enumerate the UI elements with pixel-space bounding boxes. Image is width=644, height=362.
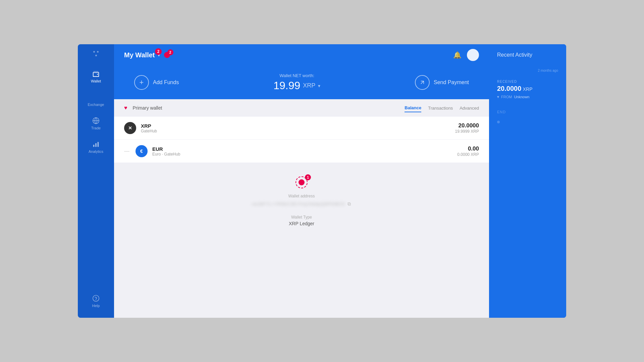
eur-amount: 0.00 (457, 145, 479, 152)
sidebar-wallet-label: Wallet (91, 79, 101, 83)
end-dot (497, 121, 500, 123)
header: My Wallet ▾ 2 🔔 (114, 44, 489, 66)
badge-count: 2 (167, 49, 173, 55)
from-label: FROM (501, 95, 512, 99)
activity-item: RECEIVED 20.0000 XRP ▾ FROM Unknown (489, 74, 566, 105)
wallet-type-value: XRP Ledger (289, 221, 314, 226)
send-circle-icon (415, 75, 430, 90)
activity-currency: XRP (523, 86, 533, 92)
sidebar-analytics-label: Analytics (89, 149, 103, 154)
primary-wallet-label: Primary wallet (133, 105, 162, 111)
xrp-balance: 20.0000 19.9999 XRP (455, 122, 479, 134)
eur-info: EUR Euro · GateHub (152, 146, 457, 157)
sidebar-item-wallet[interactable]: Wallet (88, 66, 104, 86)
main-content: My Wallet ▾ 2 🔔 + Add Funds Wallet NET (114, 44, 489, 318)
net-worth-amount: 19.99 (273, 79, 300, 92)
header-left: My Wallet ▾ 2 (124, 51, 170, 59)
sidebar-nav: Wallet Exchange Trade (88, 66, 104, 311)
send-payment-label: Send Payment (434, 79, 469, 85)
eur-name: EUR (152, 146, 457, 152)
activity-header: Recent Activity (489, 44, 566, 66)
hero-section: + Add Funds Wallet NET worth: 19.99 XRP … (114, 66, 489, 99)
wallet-details: 1 Wallet address rw1BF7L+YR9bC3EiYhq1Ndd… (114, 163, 489, 318)
balance-item-eur[interactable]: — € EUR Euro · GateHub 0.00 0.0000 XRP (114, 140, 489, 163)
address-text: rw1BF7L+YR9bC3EiYhq1NddpQ8P00B33 (252, 201, 345, 206)
sidebar-exchange-label: Exchange (88, 103, 104, 107)
recent-activity-panel: Recent Activity 2 months ago RECEIVED 20… (489, 44, 566, 318)
trade-icon (92, 117, 100, 125)
tab-advanced[interactable]: Advanced (460, 104, 479, 112)
notification-indicator: 2 (163, 52, 170, 58)
add-funds-button[interactable]: + Add Funds (134, 75, 179, 90)
activity-title: Recent Activity (497, 52, 532, 58)
net-worth-section: Wallet NET worth: 19.99 XRP ▾ (273, 73, 320, 92)
svg-point-0 (97, 74, 98, 75)
header-right: 🔔 (453, 49, 479, 61)
analytics-icon (92, 140, 100, 148)
eur-placeholder: — (124, 148, 131, 154)
chevron-left-icon: ▾ (497, 95, 499, 99)
eur-balance: 0.00 0.0000 XRP (457, 145, 479, 157)
app-window: Wallet Exchange Trade (78, 44, 566, 318)
address-label: Wallet address (252, 194, 351, 198)
copy-icon[interactable]: ⧉ (347, 201, 351, 207)
exchange-icon (92, 93, 100, 101)
svg-point-5 (93, 295, 99, 301)
sidebar-item-analytics[interactable]: Analytics (88, 137, 104, 157)
help-icon (92, 294, 100, 302)
net-worth-label: Wallet NET worth: (273, 73, 320, 78)
wallet-title: My Wallet (124, 51, 155, 59)
eur-icon: € (136, 145, 148, 157)
notification-badge: 2 (164, 52, 170, 58)
annotation-dot-1: 1 (296, 176, 308, 188)
svg-rect-2 (93, 145, 95, 147)
annotation-1-container: 1 (296, 176, 308, 188)
sidebar-item-trade[interactable]: Trade (88, 113, 104, 133)
logo-dot (93, 51, 95, 53)
sidebar-trade-label: Trade (91, 126, 101, 130)
from-value: Unknown (514, 95, 529, 99)
sidebar-help-label: Help (92, 304, 100, 308)
sidebar-item-exchange[interactable]: Exchange (88, 90, 104, 110)
wallet-type-section: Wallet Type XRP Ledger (289, 215, 314, 226)
add-funds-circle-icon: + (134, 75, 149, 90)
currency-dropdown-icon[interactable]: ▾ (318, 83, 320, 88)
activity-received-label: RECEIVED (497, 80, 558, 83)
eur-xrp-value: 0.0000 XRP (457, 152, 479, 157)
xrp-info: XRP GateHub (141, 123, 455, 133)
sidebar: Wallet Exchange Trade (78, 44, 114, 318)
annotation-badge-2: 2 (155, 48, 162, 55)
tab-transactions[interactable]: Transactions (428, 104, 453, 112)
send-payment-button[interactable]: Send Payment (415, 75, 469, 90)
xrp-xrp-value: 19.9999 XRP (455, 129, 479, 134)
tab-balance[interactable]: Balance (405, 104, 421, 112)
activity-from-row: ▾ FROM Unknown (497, 95, 558, 99)
balance-list: ✕ XRP GateHub 20.0000 19.9999 XRP — € (114, 117, 489, 163)
logo-dot (95, 55, 97, 56)
xrp-sub: GateHub (141, 129, 455, 133)
wallet-tabs: Balance Transactions Advanced (405, 104, 479, 112)
activity-amount-row: 20.0000 XRP (497, 85, 558, 93)
sidebar-item-help[interactable]: Help (88, 291, 104, 311)
end-label: END (489, 105, 566, 119)
xrp-name: XRP (141, 123, 455, 129)
add-funds-label: Add Funds (153, 79, 179, 85)
wallet-type-label: Wallet Type (289, 215, 314, 220)
activity-time: 2 months ago (538, 69, 558, 72)
svg-rect-4 (98, 142, 99, 147)
balance-item-xrp[interactable]: ✕ XRP GateHub 20.0000 19.9999 XRP (114, 117, 489, 140)
xrp-amount: 20.0000 (455, 122, 479, 129)
eur-sub: Euro · GateHub (152, 152, 457, 157)
wallet-address-section: Wallet address rw1BF7L+YR9bC3EiYhq1NddpQ… (252, 194, 351, 207)
activity-time-container: 2 months ago (489, 66, 566, 74)
annotation-label-1: 1 (305, 174, 311, 180)
activity-amount: 20.0000 (497, 85, 521, 92)
svg-rect-3 (95, 143, 97, 147)
wallet-icon (92, 70, 100, 78)
address-value: rw1BF7L+YR9bC3EiYhq1NddpQ8P00B33 ⧉ (252, 201, 351, 207)
wallet-panel-header: ♥ Primary wallet Balance Transactions Ad… (114, 99, 489, 117)
avatar[interactable] (467, 49, 479, 61)
bell-icon[interactable]: 🔔 (453, 51, 462, 59)
xrp-icon: ✕ (124, 122, 136, 134)
net-worth-currency: XRP (303, 82, 315, 89)
